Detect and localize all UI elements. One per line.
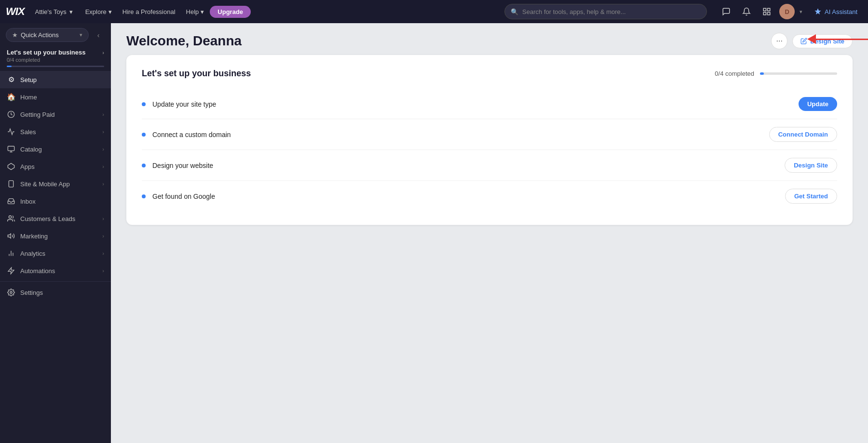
analytics-icon (7, 249, 15, 258)
setup-label-site-type: Update your site type (152, 100, 799, 108)
sidebar-label-analytics: Analytics (20, 250, 97, 257)
sidebar-item-setup[interactable]: ⚙ Setup (0, 71, 111, 88)
setup-dot-google (142, 194, 146, 198)
svg-rect-6 (8, 146, 14, 151)
svg-rect-10 (9, 180, 13, 187)
progress-fill (760, 72, 764, 75)
settings-icon (7, 288, 15, 297)
setup-item-google: Get found on Google Get Started (142, 181, 837, 211)
design-site-label: Design Site (810, 38, 844, 45)
sidebar-label-site-mobile: Site & Mobile App (20, 180, 97, 188)
sidebar-item-catalog[interactable]: Catalog › (0, 140, 111, 158)
sidebar-collapse-button[interactable]: ‹ (92, 28, 105, 42)
app-body: ★ Quick Actions ▾ ‹ Let's set up your bu… (0, 23, 868, 443)
search-input[interactable] (522, 8, 701, 15)
sidebar-item-customers[interactable]: Customers & Leads › (0, 210, 111, 227)
design-website-button[interactable]: Design Site (785, 158, 837, 173)
topnav: WIX Attie's Toys ▾ Explore ▾ Hire a Prof… (0, 0, 868, 23)
main-content: Welcome, Deanna ··· Design Site Let's se… (111, 23, 868, 443)
svg-point-18 (10, 291, 12, 293)
bell-icon-btn[interactable] (739, 4, 754, 19)
grid-icon-btn[interactable] (759, 4, 774, 19)
chat-icon (722, 7, 731, 16)
marketing-chevron: › (102, 233, 104, 239)
setup-label-custom-domain: Connect a custom domain (152, 131, 769, 138)
ai-assistant-btn[interactable]: AI Assistant (809, 5, 862, 18)
sidebar-divider (0, 281, 111, 282)
sidebar-item-sales[interactable]: Sales › (0, 123, 111, 140)
bell-icon (742, 7, 751, 16)
svg-rect-1 (768, 8, 770, 11)
setup-label-design-website: Design your website (152, 162, 785, 169)
sidebar-item-home[interactable]: 🏠 Home (0, 88, 111, 106)
setup-item-design-website: Design your website Design Site (142, 150, 837, 181)
inbox-icon (7, 197, 15, 206)
sidebar-label-marketing: Marketing (20, 233, 97, 240)
topnav-help[interactable]: Help ▾ (181, 6, 209, 18)
marketing-icon (7, 232, 15, 240)
user-avatar[interactable]: D (779, 4, 795, 19)
setup-progress-text: 0/4 completed (715, 70, 754, 77)
get-started-google-button[interactable]: Get Started (785, 189, 837, 204)
apps-icon (7, 162, 15, 171)
update-site-type-button[interactable]: Update (799, 97, 837, 111)
setup-dot-custom-domain (142, 133, 146, 137)
more-options-button[interactable]: ··· (771, 33, 787, 49)
sidebar-label-sales: Sales (20, 128, 97, 136)
catalog-icon (7, 145, 15, 153)
sidebar-item-settings[interactable]: Settings (0, 284, 111, 301)
avatar-chevron[interactable]: ▾ (800, 9, 802, 15)
setup-icon: ⚙ (7, 75, 15, 84)
svg-point-12 (9, 216, 11, 218)
progress-track (760, 72, 837, 75)
svg-rect-3 (768, 13, 770, 15)
sidebar-item-inbox[interactable]: Inbox (0, 193, 111, 210)
quick-actions-chevron: ▾ (80, 32, 82, 38)
site-selector-chevron: ▾ (69, 8, 73, 15)
sidebar-item-analytics[interactable]: Analytics › (0, 245, 111, 262)
getting-paid-chevron: › (102, 111, 104, 117)
design-site-button[interactable]: Design Site (792, 34, 853, 48)
sidebar-label-apps: Apps (20, 163, 97, 170)
upgrade-button[interactable]: Upgrade (210, 6, 251, 18)
catalog-chevron: › (102, 146, 104, 152)
sidebar-item-site-mobile[interactable]: Site & Mobile App › (0, 175, 111, 193)
connect-domain-button[interactable]: Connect Domain (769, 127, 837, 142)
sidebar-setup-section[interactable]: Let's set up your business › 0/4 complet… (0, 45, 111, 69)
main-header: Welcome, Deanna ··· Design Site (111, 23, 868, 55)
sidebar-chevron: › (102, 50, 104, 55)
topnav-search[interactable]: 🔍 (504, 4, 707, 19)
topnav-icons: D ▾ AI Assistant (719, 4, 862, 19)
getting-paid-icon (7, 110, 15, 119)
sidebar-progress-fill (7, 66, 12, 67)
site-selector[interactable]: Attie's Toys ▾ (31, 6, 77, 17)
wix-logo: WIX (6, 5, 25, 18)
sidebar-progress-text: 0/4 completed (7, 57, 104, 63)
site-name: Attie's Toys (35, 8, 67, 15)
topnav-nav-items: Explore ▾ Hire a Professional Help ▾ Upg… (81, 6, 497, 18)
customers-chevron: › (102, 216, 104, 222)
chat-icon-btn[interactable] (719, 4, 734, 19)
sidebar-nav: ⚙ Setup 🏠 Home Getting Paid › Sales › (0, 69, 111, 443)
analytics-chevron: › (102, 250, 104, 256)
sidebar-label-settings: Settings (20, 289, 104, 296)
sidebar-item-marketing[interactable]: Marketing › (0, 227, 111, 245)
quick-actions-button[interactable]: ★ Quick Actions ▾ (6, 28, 89, 42)
topnav-explore[interactable]: Explore ▾ (81, 6, 117, 18)
help-chevron: ▾ (201, 8, 204, 15)
sidebar-label-customers: Customers & Leads (20, 215, 97, 222)
sidebar-item-apps[interactable]: Apps › (0, 158, 111, 175)
grid-icon (762, 7, 771, 16)
setup-item-custom-domain: Connect a custom domain Connect Domain (142, 119, 837, 150)
topnav-hire-professional[interactable]: Hire a Professional (118, 6, 180, 18)
customers-icon (7, 214, 15, 223)
setup-progress: 0/4 completed (715, 70, 837, 77)
sidebar-item-automations[interactable]: Automations › (0, 262, 111, 279)
quick-actions-label: Quick Actions (21, 31, 59, 39)
sidebar-label-inbox: Inbox (20, 198, 104, 205)
sidebar-item-getting-paid[interactable]: Getting Paid › (0, 106, 111, 123)
svg-marker-4 (814, 8, 821, 14)
site-mobile-chevron: › (102, 181, 104, 187)
explore-chevron: ▾ (108, 8, 112, 15)
collapse-icon: ‹ (97, 31, 100, 39)
